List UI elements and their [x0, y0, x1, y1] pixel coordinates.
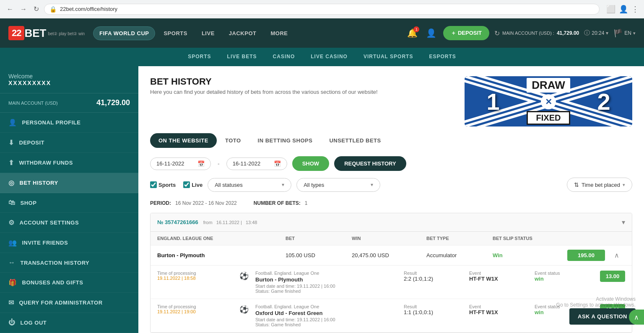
- tab-on-website[interactable]: ON THE WEBSITE: [150, 133, 217, 148]
- query-admin-label: QUERY FOR ADMINISTRATOR: [19, 299, 103, 306]
- logo-badge: 22: [8, 26, 24, 40]
- sidebar-item-account-settings[interactable]: ⚙ ACCOUNT SETTINGS: [0, 213, 138, 233]
- bet-odds: 195.00: [567, 250, 605, 261]
- tab-in-betting-shops[interactable]: IN BETTING SHOPS: [249, 133, 321, 148]
- bet-detail-result-1: Result 2:2 (1:0,1:2): [404, 271, 462, 282]
- nav-live[interactable]: LIVE: [196, 27, 221, 40]
- detail-match-1: Burton - Plymouth: [255, 276, 397, 283]
- show-button[interactable]: SHOW: [292, 156, 329, 171]
- live-checkbox-label[interactable]: Live: [183, 181, 203, 188]
- date-to-input[interactable]: [233, 160, 270, 167]
- collapse-bet-button[interactable]: ∧: [608, 251, 625, 259]
- sidebar-item-logout[interactable]: ⏻ LOG OUT: [0, 313, 138, 333]
- scroll-up-button[interactable]: ∧: [629, 310, 644, 325]
- promo-fixed-text: FIXED: [527, 111, 570, 125]
- bet-amount: 105.00 USD: [286, 252, 348, 258]
- sidebar-item-transaction-history[interactable]: ↔ TRANSACTION HISTORY: [0, 253, 138, 273]
- processing-date-2: 19.11.2022 | 19:00: [157, 309, 233, 314]
- sub-nav: SPORTS LIVE BETS CASINO LIVE CASINO VIRT…: [0, 48, 644, 66]
- tab-toto[interactable]: TOTO: [217, 133, 249, 148]
- invite-friends-icon: 👥: [8, 239, 17, 247]
- processing-label-1: Time of processing: [157, 271, 233, 276]
- refresh-button[interactable]: ↻: [32, 3, 41, 15]
- sub-nav-live-bets[interactable]: LIVE BETS: [226, 49, 259, 65]
- all-types-dropdown[interactable]: All types ▾: [296, 178, 380, 192]
- bonuses-label: BONUSES AND GIFTS: [22, 279, 83, 286]
- promo-draw-text: DRAW: [527, 78, 570, 93]
- tab-unsettled-bets[interactable]: UNSETTLED BETS: [321, 133, 389, 148]
- date-to-group: 📅: [226, 157, 287, 170]
- invite-friends-label: INVITE FRIENDS: [22, 240, 68, 246]
- sub-nav-casino[interactable]: CASINO: [271, 49, 297, 65]
- nav-more[interactable]: MORE: [265, 27, 293, 40]
- calendar-from-icon[interactable]: 📅: [197, 160, 205, 167]
- forward-button[interactable]: →: [18, 4, 29, 15]
- withdraw-icon: ⬆: [8, 159, 14, 167]
- menu-button[interactable]: ⋮: [631, 5, 639, 14]
- bet-date-value: 16.11.2022 |: [216, 220, 242, 225]
- user-button[interactable]: 👤: [424, 26, 438, 40]
- expand-bet-button[interactable]: ▾: [622, 218, 625, 226]
- sidebar-item-bonuses-gifts[interactable]: 🎁 BONUSES AND GIFTS: [0, 273, 138, 293]
- sidebar-item-deposit[interactable]: ⬇ DEPOSIT: [0, 133, 138, 153]
- back-button[interactable]: ←: [5, 4, 15, 15]
- sports-checkbox[interactable]: [150, 181, 157, 188]
- profile-button[interactable]: 👤: [619, 5, 628, 14]
- sidebar-welcome-text: Welcome: [8, 73, 130, 80]
- sports-checkbox-label[interactable]: Sports: [150, 181, 176, 188]
- bet-detail-processing-2: Time of processing 19.11.2022 | 19:00: [157, 304, 233, 314]
- all-statuses-dropdown[interactable]: All statuses ▾: [208, 178, 291, 192]
- sidebar-item-query-admin[interactable]: ✉ QUERY FOR ADMINISTRATOR: [0, 293, 138, 313]
- sidebar-item-invite-friends[interactable]: 👥 INVITE FRIENDS: [0, 233, 138, 253]
- period-label: PERIOD:: [150, 200, 171, 206]
- event-label-2: Event: [469, 304, 528, 309]
- calendar-to-icon[interactable]: 📅: [274, 160, 281, 167]
- ask-question-label: ASK A QUESTION: [578, 313, 627, 320]
- bet-history-panel: BET HISTORY Here you can find your detai…: [138, 66, 644, 333]
- sub-nav-esports[interactable]: ESPORTS: [427, 49, 457, 65]
- detail-start-1: Start date and time: 19.11.2022 | 16:00: [255, 284, 397, 289]
- notifications-button[interactable]: 🔔 1: [405, 26, 419, 40]
- bet-detail-event-1: Event HT-FT W1X: [469, 271, 528, 282]
- sidebar-item-personal-profile[interactable]: 👤 PERSONAL PROFILE: [0, 113, 138, 133]
- bet-game-name: Burton - Plymouth: [157, 252, 275, 258]
- live-checkbox[interactable]: [183, 181, 190, 188]
- account-settings-label: ACCOUNT SETTINGS: [20, 219, 79, 226]
- date-separator: -: [218, 160, 220, 167]
- nav-sports[interactable]: SPORTS: [158, 27, 193, 40]
- promo-num2: 2: [597, 88, 610, 115]
- deposit-button[interactable]: ＋ DEPOSIT: [443, 26, 489, 40]
- sidebar-balance-label: MAIN ACCOUNT (USD): [8, 101, 58, 106]
- col-bet-type: BET TYPE: [426, 236, 489, 241]
- language-selector[interactable]: 🏴 EN ▾: [613, 28, 636, 38]
- history-tabs: ON THE WEBSITE TOTO IN BETTING SHOPS UNS…: [150, 133, 632, 148]
- transaction-history-icon: ↔: [8, 259, 16, 266]
- sort-filter[interactable]: ⇅ Time bet placed ▾: [567, 178, 632, 192]
- time-value: 20:24: [592, 30, 604, 36]
- sidebar-item-shop[interactable]: 🛍 SHOP: [0, 193, 138, 213]
- cast-button[interactable]: ⬜: [606, 5, 615, 14]
- browser-bar: ← → ↻ 🔒 22bet.com/office/history ⬜ 👤 ⋮: [0, 0, 644, 18]
- football-icon-1: ⚽: [239, 271, 249, 281]
- nav-fifa-world-cup[interactable]: FIFA WORLD CUP: [93, 26, 155, 40]
- ask-question-button[interactable]: ASK A QUESTION: [569, 308, 636, 325]
- request-history-button[interactable]: REQUEST HISTORY: [334, 156, 406, 171]
- sub-nav-virtual-sports[interactable]: VIRTUAL SPORTS: [362, 49, 415, 65]
- processing-label-2: Time of processing: [157, 304, 233, 309]
- sidebar-item-withdraw-funds[interactable]: ⬆ WITHDRAW FUNDS: [0, 153, 138, 173]
- sub-nav-sports[interactable]: SPORTS: [186, 49, 213, 65]
- detail-start-2: Start date and time: 19.11.2022 | 16:00: [255, 317, 397, 322]
- nav-jackpot[interactable]: JACKPOT: [223, 27, 262, 40]
- bet-detail-status-1: Event status win: [535, 271, 593, 282]
- detail-status-2: Status: Game finished: [255, 322, 397, 327]
- football-icon-2: ⚽: [239, 305, 249, 314]
- detail-odds-1: 13.00: [600, 271, 625, 282]
- account-info: ↻ MAIN ACCOUNT (USD) : 41,729.00: [494, 29, 579, 37]
- date-from-input[interactable]: [156, 160, 194, 167]
- bet-time-value: 13:48: [246, 220, 257, 225]
- processing-date-1: 19.11.2022 | 18:58: [157, 276, 233, 281]
- logo: 22 BET bet② play bet② win: [8, 26, 85, 40]
- from-label: from: [203, 220, 213, 225]
- sidebar-item-bet-history[interactable]: ◎ BET HISTORY: [0, 173, 138, 193]
- sub-nav-live-casino[interactable]: LIVE CASINO: [309, 49, 349, 65]
